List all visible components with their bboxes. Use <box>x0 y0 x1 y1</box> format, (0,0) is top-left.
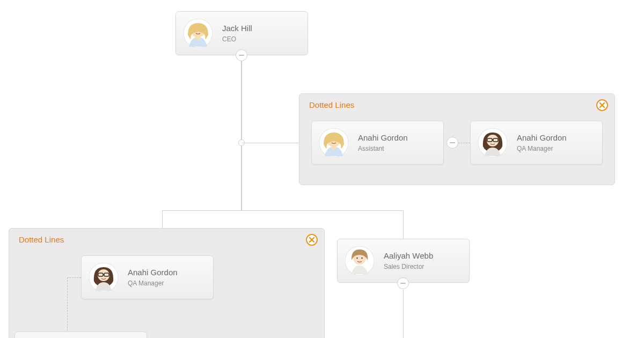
connector-line <box>162 210 163 228</box>
close-icon <box>309 237 314 243</box>
connector-line <box>403 290 404 338</box>
node-name: Jack Hill <box>222 24 252 34</box>
group-title: Dotted Lines <box>309 100 354 109</box>
node-name: Aaliyah Webb <box>384 251 433 261</box>
close-icon <box>599 102 605 108</box>
close-button[interactable] <box>306 234 318 246</box>
node-title: Sales Director <box>384 263 433 270</box>
avatar-icon <box>478 128 507 157</box>
org-node-sales-director[interactable]: Aaliyah Webb Sales Director <box>337 239 470 283</box>
org-node-ceo[interactable]: Jack Hill CEO <box>175 11 308 55</box>
node-text: Anahi Gordon QA Manager <box>517 133 567 152</box>
connector-line <box>162 210 404 211</box>
node-text: Aaliyah Webb Sales Director <box>384 251 433 270</box>
dotted-lines-group: Dotted Lines Anahi Gordon QA Manager <box>9 228 325 338</box>
node-text: Anahi Gordon Assistant <box>358 133 408 152</box>
node-title: QA Manager <box>128 280 178 287</box>
node-title: Assistant <box>358 145 408 152</box>
org-chart-canvas: Jack Hill CEO Dotted Lines Anahi Gordon … <box>0 0 644 338</box>
node-title: CEO <box>222 35 252 43</box>
dashed-connector <box>458 143 470 143</box>
group-title: Dotted Lines <box>19 235 64 244</box>
collapse-toggle-icon[interactable] <box>447 137 458 149</box>
connector-line <box>241 61 242 211</box>
connector-line <box>403 210 404 239</box>
collapse-toggle-icon[interactable] <box>236 49 247 61</box>
org-node-assistant[interactable]: Anahi Gordon Assistant <box>311 121 444 165</box>
node-text: Anahi Gordon QA Manager <box>128 268 178 287</box>
avatar-icon <box>184 19 213 48</box>
node-name: Anahi Gordon <box>358 133 408 143</box>
avatar-icon <box>319 128 348 157</box>
node-title: QA Manager <box>517 145 567 152</box>
avatar-icon <box>345 246 374 275</box>
close-button[interactable] <box>596 99 608 111</box>
dotted-lines-group: Dotted Lines Anahi Gordon Assistant Anah… <box>299 93 615 185</box>
avatar-icon <box>89 263 118 292</box>
org-node-qa-manager[interactable]: Anahi Gordon QA Manager <box>470 121 603 165</box>
node-name: Anahi Gordon <box>128 268 178 278</box>
node-name: Anahi Gordon <box>517 133 567 143</box>
connector-line <box>242 143 299 143</box>
dashed-connector <box>67 277 68 338</box>
org-node-qa-manager[interactable]: Anahi Gordon QA Manager <box>81 255 214 299</box>
collapse-toggle-icon[interactable] <box>397 277 409 289</box>
node-text: Jack Hill CEO <box>222 24 252 43</box>
org-node-hidden[interactable] <box>14 332 147 338</box>
dashed-connector <box>67 277 81 278</box>
